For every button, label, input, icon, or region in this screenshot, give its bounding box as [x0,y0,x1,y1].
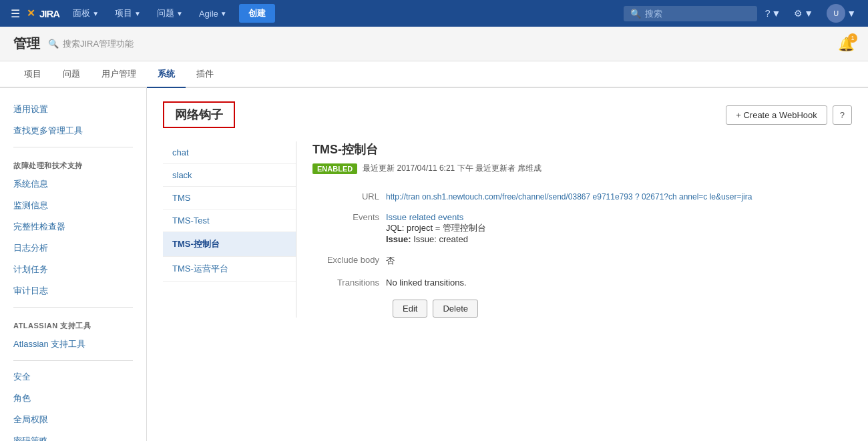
detail-table: URL http://tran on.sh1.newtouch.com/free… [312,186,836,293]
webhook-meta: 最近更新 2017/04/11 6:21 下午 最近更新者 席维成 [363,163,541,174]
create-webhook-button[interactable]: + Create a WebHook [726,105,827,125]
exclude-body-value: 否 [386,250,836,272]
tab-plugin[interactable]: 插件 [186,61,224,88]
page-header: 网络钩子 + Create a WebHook ? [163,101,852,128]
status-badge: ENABLED [312,163,357,174]
admin-search-placeholder: 搜索JIRA管理功能 [63,38,134,50]
help-button[interactable]: ? ▼ [760,0,787,27]
events-jql: JQL: project = 管理控制台 [386,222,829,234]
admin-header: 管理 🔍 搜索JIRA管理功能 🔔 1 [0,27,868,61]
action-buttons: Edit Delete [393,300,836,318]
nav-dashboard[interactable]: 面板 ▼ [66,0,105,27]
delete-button[interactable]: Delete [433,300,478,318]
webhook-item-chat[interactable]: chat [163,141,296,164]
page-title: 网络钩子 [163,101,235,128]
sidebar-item-log-analysis[interactable]: 日志分析 [0,238,146,259]
arrow-icon: ▼ [134,10,141,17]
webhook-help-button[interactable]: ? [833,105,852,125]
edit-button[interactable]: Edit [393,300,427,318]
transitions-value: No linked transitions. [386,272,836,293]
bell-badge: 1 [848,33,857,43]
sidebar-item-monitor[interactable]: 监测信息 [0,195,146,216]
sidebar-divider-3 [13,360,133,361]
exclude-body-label: Exclude body [312,250,386,272]
hamburger-icon[interactable]: ☰ [7,7,24,20]
top-navigation: ☰ ✕ JIRA 面板 ▼ 项目 ▼ 问题 ▼ Agile ▼ 创建 🔍 ? ▼… [0,0,868,27]
transitions-row: Transitions No linked transitions. [312,272,836,293]
events-title: Issue related events [386,212,829,222]
webhook-status-row: ENABLED 最近更新 2017/04/11 6:21 下午 最近更新者 席维… [312,163,836,174]
webhook-item-tms-control[interactable]: TMS-控制台 [163,232,296,257]
question-icon: ? [765,8,771,19]
sidebar-item-sysinfo[interactable]: 系统信息 [0,173,146,195]
create-button[interactable]: 创建 [239,4,275,23]
events-label: Events [312,207,386,250]
tab-project[interactable]: 项目 [13,61,52,88]
logo-text: JIRA [39,8,59,19]
events-row: Events Issue related events JQL: project… [312,207,836,250]
gear-icon: ⚙ [794,8,803,19]
events-value: Issue related events JQL: project = 管理控制… [386,207,836,250]
arrow-icon: ▼ [92,10,99,17]
tab-user-management[interactable]: 用户管理 [91,61,147,88]
webhook-name: TMS-控制台 [312,141,836,157]
arrow-icon: ▼ [176,10,183,17]
sidebar-item-atlassian-tools[interactable]: Atlassian 支持工具 [0,334,146,355]
avatar: U [827,4,845,23]
admin-search[interactable]: 🔍 搜索JIRA管理功能 [48,38,134,50]
sidebar-section-atlassian: ATLASSIAN 支持工具 [0,313,146,334]
exclude-body-row: Exclude body 否 [312,250,836,272]
main-layout: 通用设置 查找更多管理工具 故障处理和技术支持 系统信息 监测信息 完整性检查器… [0,88,868,441]
avatar-text: U [833,9,839,17]
sidebar-item-scheduled-tasks[interactable]: 计划任务 [0,259,146,280]
arrow-icon: ▼ [847,8,856,19]
webhook-item-slack[interactable]: slack [163,164,296,187]
events-issue: Issue: Issue: created [386,234,829,244]
sidebar: 通用设置 查找更多管理工具 故障处理和技术支持 系统信息 监测信息 完整性检查器… [0,88,147,441]
sidebar-item-security[interactable]: 安全 [0,366,146,388]
arrow-icon: ▼ [804,8,813,19]
arrow-icon: ▼ [771,8,781,19]
sidebar-divider [13,147,133,147]
search-icon: 🔍 [630,9,641,19]
notification-bell[interactable]: 🔔 1 [838,36,855,52]
nav-agile[interactable]: Agile ▼ [192,0,234,27]
sidebar-item-integrity[interactable]: 完整性检查器 [0,216,146,238]
webhook-item-tms-test[interactable]: TMS-Test [163,209,296,232]
webhook-layout: chat slack TMS TMS-Test TMS-控制台 TMS-运营平台… [163,141,852,318]
webhook-item-tms[interactable]: TMS [163,187,296,209]
webhook-item-tms-ops[interactable]: TMS-运营平台 [163,257,296,282]
sidebar-item-audit-log[interactable]: 审计日志 [0,280,146,302]
webhook-detail: TMS-控制台 ENABLED 最近更新 2017/04/11 6:21 下午 … [296,141,852,318]
tab-system[interactable]: 系统 [147,61,186,88]
url-row: URL http://tran on.sh1.newtouch.com/free… [312,186,836,207]
search-input[interactable] [645,9,738,19]
sidebar-section-support: 故障处理和技术支持 [0,153,146,173]
content-area: 网络钩子 + Create a WebHook ? chat slack TMS… [147,88,868,441]
search-box[interactable]: 🔍 [624,6,757,21]
url-value: http://tran on.sh1.newtouch.com/free/cha… [386,186,836,207]
arrow-icon: ▼ [220,10,227,17]
nav-issue[interactable]: 问题 ▼ [150,0,190,27]
transitions-label: Transitions [312,272,386,293]
nav-project[interactable]: 项目 ▼ [108,0,148,27]
sidebar-item-general[interactable]: 通用设置 [0,99,146,120]
settings-button[interactable]: ⚙ ▼ [789,0,819,27]
tab-bar: 项目 问题 用户管理 系统 插件 [0,61,868,88]
url-text: http://tran on.sh1.newtouch.com/free/cha… [386,192,752,201]
sidebar-item-password-policy[interactable]: 密码策略 [0,430,146,441]
user-avatar-button[interactable]: U ▼ [821,0,861,27]
url-label: URL [312,186,386,207]
logo-x: ✕ [27,7,35,19]
sidebar-divider-2 [13,307,133,308]
sidebar-item-roles[interactable]: 角色 [0,388,146,409]
admin-title: 管理 [13,35,40,53]
sidebar-item-find-tools[interactable]: 查找更多管理工具 [0,120,146,141]
sidebar-item-global-perms[interactable]: 全局权限 [0,409,146,430]
webhook-list: chat slack TMS TMS-Test TMS-控制台 TMS-运营平台 [163,141,296,318]
tab-issue[interactable]: 问题 [52,61,91,88]
logo: ✕ JIRA [27,7,59,19]
search-icon: 🔍 [48,39,59,49]
